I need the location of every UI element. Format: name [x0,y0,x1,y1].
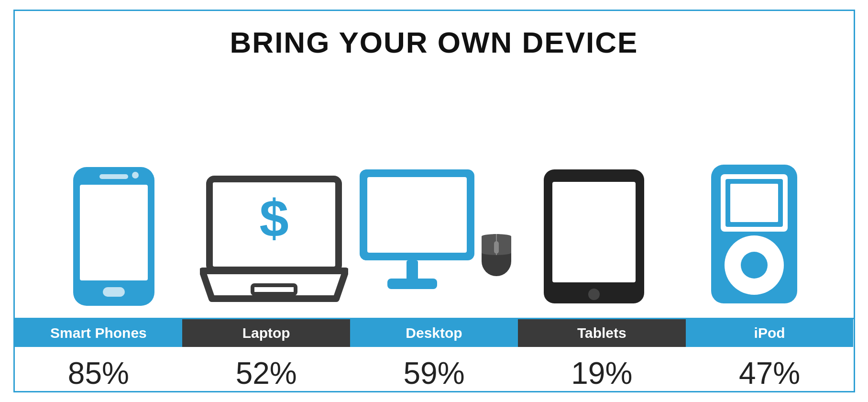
svg-point-3 [132,172,139,179]
device-col-laptop: $ [194,155,354,313]
svg-rect-1 [80,185,148,280]
svg-rect-10 [367,177,467,253]
device-col-smartphone [34,155,194,313]
svg-rect-12 [387,279,437,289]
pct-ipod: 47% [739,356,800,391]
label-laptop: Laptop [182,319,350,347]
tablet-icon [539,155,649,308]
svg-rect-11 [407,260,418,280]
device-bottom-desktop: Desktop 59% [350,319,518,391]
svg-rect-23 [730,184,778,222]
pct-laptop: 52% [236,356,297,391]
ipod-icon [706,155,802,308]
main-container: BRING YOUR OWN DEVICE [13,10,855,392]
svg-rect-18 [552,182,636,282]
label-desktop: Desktop [350,319,518,347]
device-bottom-laptop: Laptop 52% [182,319,350,391]
label-smartphone: Smart Phones [15,319,183,347]
device-bottom-smartphone: Smart Phones 85% [15,319,183,391]
pct-tablet: 19% [571,356,632,391]
pct-smartphone: 85% [68,356,129,391]
device-bottom-ipod: iPod 47% [686,319,854,391]
svg-text:$: $ [259,189,288,247]
svg-point-25 [741,252,768,279]
label-tablet: Tablets [518,319,686,347]
device-col-ipod [674,155,835,313]
bottom-section: Smart Phones 85% Laptop 52% Desktop 59% … [15,319,854,391]
smartphone-icon [68,155,159,308]
laptop-icon: $ [200,155,348,308]
svg-rect-2 [99,174,128,179]
device-bottom-tablet: Tablets 19% [518,319,686,391]
svg-point-19 [588,289,600,300]
svg-rect-8 [253,285,296,294]
svg-rect-4 [103,287,125,297]
device-col-tablet [514,155,674,313]
device-col-desktop [354,155,514,313]
desktop-icon [355,155,513,308]
pct-desktop: 59% [403,356,464,391]
page-title: BRING YOUR OWN DEVICE [230,25,638,59]
label-ipod: iPod [686,319,854,347]
devices-row: $ [15,69,854,313]
